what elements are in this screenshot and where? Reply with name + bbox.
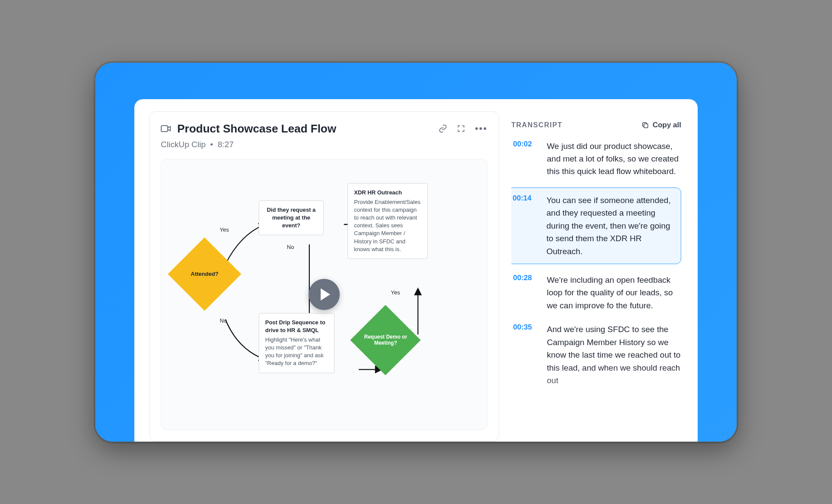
- svg-rect-0: [161, 126, 168, 132]
- clip-panel: Product Showcase Lead Flow •••: [134, 99, 511, 442]
- transcript-header: TRANSCRIPT Copy all: [511, 121, 681, 129]
- link-icon[interactable]: [439, 124, 447, 133]
- play-button[interactable]: [309, 279, 340, 310]
- clip-header: Product Showcase Lead Flow •••: [161, 122, 488, 136]
- transcript-text: We're including an open feedback loop fo…: [547, 274, 681, 312]
- transcript-timestamp[interactable]: 00:14: [513, 194, 538, 258]
- flow-label-yes: Yes: [220, 226, 229, 233]
- flow-label-meeting-no: No: [287, 244, 294, 250]
- clip-card: Product Showcase Lead Flow •••: [149, 111, 499, 442]
- clip-subtitle: ClickUp Clip • 8:27: [161, 140, 488, 149]
- flow-node-outreach: XDR HR Outreach Provide Enablement/Sales…: [348, 183, 428, 259]
- flow-node-attended: Attended?: [168, 237, 241, 311]
- copy-icon: [641, 121, 649, 129]
- expand-icon[interactable]: [457, 124, 465, 133]
- transcript-title: TRANSCRIPT: [511, 121, 562, 129]
- svg-rect-1: [644, 124, 648, 128]
- video-thumbnail[interactable]: Attended? Yes No Did they request a meet…: [161, 159, 488, 430]
- transcript-text: We just did our product showcase, and me…: [547, 140, 681, 178]
- app-window: Product Showcase Lead Flow •••: [134, 99, 698, 442]
- clip-title: Product Showcase Lead Flow: [177, 122, 336, 136]
- flow-node-meeting: Did they request a meeting at the event?: [259, 200, 324, 236]
- transcript-timestamp[interactable]: 00:28: [513, 274, 538, 312]
- transcript-text: You can see if someone attended, and the…: [546, 194, 675, 258]
- flow-label-no: No: [220, 317, 227, 324]
- flow-node-drip: Post Drip Sequence to drive to HR & SMQL…: [259, 313, 335, 373]
- transcript-timestamp[interactable]: 00:02: [513, 140, 538, 178]
- device-frame: Product Showcase Lead Flow •••: [95, 63, 737, 442]
- transcript-list[interactable]: 00:02We just did our product showcase, a…: [511, 138, 681, 442]
- transcript-text: And we're using SFDC to see the Campaign…: [547, 323, 681, 387]
- more-icon[interactable]: •••: [475, 124, 488, 133]
- flow-label-demo-yes: Yes: [391, 289, 400, 296]
- copy-all-button[interactable]: Copy all: [641, 121, 681, 129]
- transcript-row[interactable]: 00:28We're including an open feedback lo…: [511, 272, 681, 313]
- transcript-panel: TRANSCRIPT Copy all 00:02We just did our…: [511, 99, 698, 442]
- video-icon: [161, 124, 171, 133]
- transcript-row[interactable]: 00:02We just did our product showcase, a…: [511, 138, 681, 180]
- transcript-row[interactable]: 00:14You can see if someone attended, an…: [511, 187, 681, 264]
- clip-actions: •••: [439, 124, 488, 133]
- transcript-row[interactable]: 00:35And we're using SFDC to see the Cam…: [511, 321, 681, 388]
- transcript-timestamp[interactable]: 00:35: [513, 323, 538, 387]
- flow-node-demo: Request Demo or Meeting?: [350, 305, 421, 375]
